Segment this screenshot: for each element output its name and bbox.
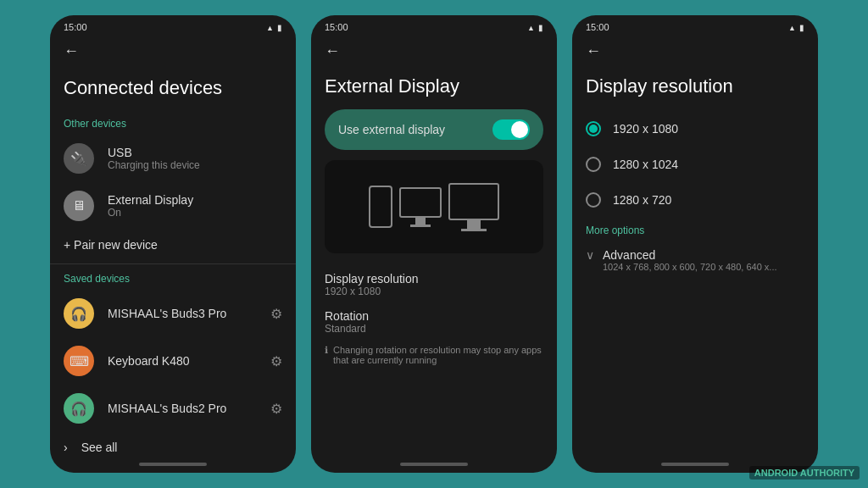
- usb-icon: 🔌: [64, 143, 94, 174]
- toggle-switch[interactable]: [492, 119, 530, 140]
- display-title: External Display: [108, 193, 282, 207]
- monitor-stand-1: [415, 218, 426, 225]
- watermark-suffix: AUTHORITY: [800, 468, 854, 478]
- external-display-item[interactable]: 🖥 External Display On: [50, 182, 296, 230]
- rotation-row[interactable]: Rotation Standard: [311, 301, 557, 338]
- display-res-row[interactable]: Display resolution 1920 x 1080: [311, 263, 557, 301]
- bottom-bar-1: [139, 463, 207, 466]
- display-res-sub: 1920 x 1080: [325, 286, 543, 297]
- display-icon: 🖥: [64, 191, 94, 221]
- buds2-title: MISHAAL's Buds2 Pro: [108, 402, 257, 415]
- divider-1: [50, 263, 296, 264]
- monitor-stand-2: [467, 220, 481, 229]
- pair-new-label: + Pair new device: [64, 238, 158, 252]
- status-icons-2: [527, 22, 543, 32]
- ext-page-title: External Display: [311, 67, 557, 109]
- radio-1024[interactable]: [586, 157, 601, 172]
- advanced-text: Advanced 1024 x 768, 800 x 600, 720 x 48…: [603, 248, 777, 272]
- monitor-base-1: [410, 225, 431, 227]
- usb-item[interactable]: 🔌 USB Charging this device: [50, 135, 296, 182]
- monitor-base-2: [461, 229, 487, 231]
- buds2-icon: 🎧: [64, 393, 94, 424]
- screen-content-1: Connected devices Other devices 🔌 USB Ch…: [50, 67, 296, 458]
- res-1080-item[interactable]: 1920 x 1080: [572, 111, 818, 147]
- back-button-3[interactable]: ←: [572, 36, 818, 67]
- rotation-title: Rotation: [325, 309, 543, 323]
- info-note-text: Changing rotation or resolution may stop…: [333, 345, 543, 365]
- wifi-icon-2: [527, 22, 535, 32]
- chevron-right-icon: ›: [64, 441, 68, 454]
- see-all-item[interactable]: › See all: [50, 432, 296, 458]
- keyboard-icon: ⌨: [64, 346, 94, 376]
- buds3-item[interactable]: 🎧 MISHAAL's Buds3 Pro ⚙: [50, 290, 296, 337]
- buds3-icon: 🎧: [64, 298, 94, 329]
- status-icons-3: [788, 22, 804, 32]
- display-res-title: Display resolution: [325, 272, 543, 286]
- res-1024-item[interactable]: 1280 x 1024: [572, 147, 818, 182]
- pair-new-item[interactable]: + Pair new device: [50, 230, 296, 260]
- see-all-label: See all: [81, 441, 118, 454]
- toggle-row[interactable]: Use external display: [325, 109, 543, 150]
- keyboard-text: Keyboard K480: [108, 354, 257, 368]
- bottom-bar-3: [661, 463, 729, 466]
- buds2-text: MISHAAL's Buds2 Pro: [108, 402, 257, 415]
- status-bar-1: 15:00: [50, 15, 296, 36]
- battery-icon-3: [799, 22, 804, 32]
- usb-title: USB: [108, 146, 282, 159]
- section-saved-label: Saved devices: [50, 268, 296, 290]
- phone-external-display: 15:00 ← External Display Use external di…: [311, 15, 557, 473]
- more-options-label: More options: [572, 218, 818, 240]
- keyboard-title: Keyboard K480: [108, 354, 257, 368]
- monitor-illustration-2: [448, 183, 499, 231]
- screen-content-2: External Display Use external display Di…: [311, 67, 557, 458]
- rotation-sub: Standard: [325, 323, 543, 335]
- section-other-label: Other devices: [50, 113, 296, 135]
- display-text: External Display On: [108, 193, 282, 219]
- time-2: 15:00: [325, 22, 348, 32]
- info-note: ℹ Changing rotation or resolution may st…: [311, 338, 557, 372]
- buds2-item[interactable]: 🎧 MISHAAL's Buds2 Pro ⚙: [50, 385, 296, 432]
- res-1024-label: 1280 x 1024: [613, 158, 678, 171]
- phone-connected-devices: 15:00 ← Connected devices Other devices …: [50, 15, 296, 473]
- wifi-icon-1: [266, 22, 274, 32]
- status-bar-2: 15:00: [311, 15, 557, 36]
- battery-icon-1: [277, 22, 282, 32]
- back-button-1[interactable]: ←: [50, 36, 296, 67]
- phone-display-resolution: 15:00 ← Display resolution 1920 x 1080 1…: [572, 15, 818, 473]
- watermark: ANDROID AUTHORITY: [749, 466, 860, 480]
- keyboard-item[interactable]: ⌨ Keyboard K480 ⚙: [50, 337, 296, 385]
- radio-720[interactable]: [586, 192, 601, 208]
- bottom-bar-2: [400, 463, 468, 466]
- wifi-icon-3: [788, 22, 796, 32]
- phone-illustration-shape: [369, 186, 392, 228]
- keyboard-gear-icon[interactable]: ⚙: [270, 353, 282, 369]
- chevron-down-icon: ∨: [586, 248, 594, 262]
- buds3-gear-icon[interactable]: ⚙: [270, 306, 282, 322]
- res-720-item[interactable]: 1280 x 720: [572, 182, 818, 218]
- monitor-screen-1: [399, 187, 442, 218]
- display-illustration: [325, 160, 543, 253]
- usb-sub: Charging this device: [108, 159, 282, 171]
- radio-1080[interactable]: [586, 121, 601, 136]
- status-icons-1: [266, 22, 282, 32]
- display-sub: On: [108, 207, 282, 219]
- monitor-screen-2: [448, 183, 499, 220]
- res-1080-label: 1920 x 1080: [613, 122, 678, 136]
- advanced-title: Advanced: [603, 248, 777, 262]
- buds3-title: MISHAAL's Buds3 Pro: [108, 307, 257, 320]
- watermark-prefix: ANDROID: [754, 468, 798, 478]
- res-page-title: Display resolution: [572, 67, 818, 111]
- toggle-label: Use external display: [338, 123, 445, 136]
- advanced-sub: 1024 x 768, 800 x 600, 720 x 480, 640 x.…: [603, 262, 777, 272]
- back-button-2[interactable]: ←: [311, 36, 557, 67]
- battery-icon-2: [538, 22, 543, 32]
- time-1: 15:00: [64, 22, 87, 32]
- monitor-illustration-1: [399, 187, 442, 227]
- buds3-text: MISHAAL's Buds3 Pro: [108, 307, 257, 320]
- page-title-1: Connected devices: [50, 67, 296, 113]
- time-3: 15:00: [586, 22, 609, 32]
- status-bar-3: 15:00: [572, 15, 818, 36]
- res-720-label: 1280 x 720: [613, 193, 671, 207]
- buds2-gear-icon[interactable]: ⚙: [270, 401, 282, 417]
- advanced-item[interactable]: ∨ Advanced 1024 x 768, 800 x 600, 720 x …: [572, 240, 818, 280]
